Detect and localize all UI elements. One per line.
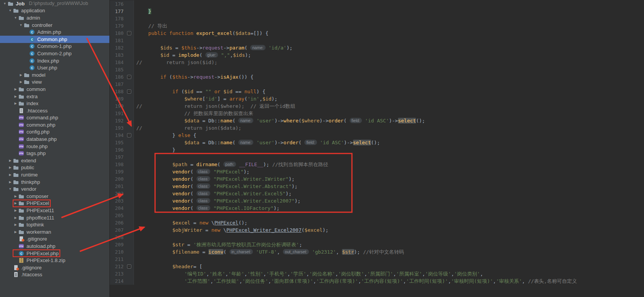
code-line-183[interactable]: 183 $id = implode( glue: ",",$ids);	[110, 51, 644, 59]
code-line-201[interactable]: 201 vendor( class: "PHPExcel.Writer.Abst…	[110, 183, 644, 190]
chevron-collapsed-icon[interactable]: ▶	[13, 216, 18, 219]
chevron-collapsed-icon[interactable]: ▶	[13, 201, 18, 205]
code-line-205[interactable]: 205	[110, 212, 644, 219]
code-line-204[interactable]: 204 vendor( class: "PHPExcel.IOFactory")…	[110, 205, 644, 212]
chevron-collapsed-icon[interactable]: ▶	[13, 230, 18, 234]
code-line-187[interactable]: 187	[110, 81, 644, 88]
code-line-176[interactable]: 176	[110, 0, 644, 8]
chevron-collapsed-icon[interactable]: ▶	[8, 159, 13, 162]
code-line-177[interactable]: 177 }	[110, 8, 644, 15]
code-line-185[interactable]: 185	[110, 66, 644, 73]
code-line-203[interactable]: 203 vendor( class: "PHPExcel.Writer.Exce…	[110, 197, 644, 205]
tree-item-command-php[interactable]: command.php	[0, 114, 109, 122]
code-line-212[interactable]: 212- $header= [	[110, 263, 644, 270]
chevron-collapsed-icon[interactable]: ▶	[13, 95, 18, 98]
code-line-184[interactable]: 184// return json($id);	[110, 59, 644, 66]
tree-item-admin[interactable]: ▼admin	[0, 14, 109, 21]
chevron-expanded-icon[interactable]: ▼	[8, 187, 13, 191]
code-line-178[interactable]: 178	[110, 15, 644, 22]
tree-item-admin-php[interactable]: Admin.php	[0, 28, 109, 36]
tree-item-htaccess[interactable]: .htaccess	[0, 107, 109, 114]
chevron-expanded-icon[interactable]: ▼	[18, 23, 23, 27]
tree-item-tags-php[interactable]: tags.php	[0, 150, 109, 157]
chevron-expanded-icon[interactable]: ▼	[2, 2, 7, 5]
tree-item-common[interactable]: ▶common	[0, 86, 109, 93]
tree-item-index-php[interactable]: Index.php	[0, 57, 109, 64]
tree-item-controller[interactable]: ▼controller	[0, 21, 109, 29]
code-line-209[interactable]: 209 $str = '株洲市幼儿师范学校职员工作岗位分析调研表';	[110, 241, 644, 248]
chevron-collapsed-icon[interactable]: ▶	[8, 180, 13, 184]
tree-item-public[interactable]: ▶public	[0, 164, 109, 172]
code-line-198[interactable]: 198 $path = dirname( path: __FILE__); //…	[110, 161, 644, 168]
tree-item-runtime[interactable]: ▶runtime	[0, 171, 109, 178]
tree-item-thinkphp[interactable]: ▶thinkphp	[0, 178, 109, 186]
fold-marker-icon[interactable]: -	[127, 75, 131, 79]
chevron-collapsed-icon[interactable]: ▶	[18, 80, 23, 84]
chevron-collapsed-icon[interactable]: ▶	[18, 73, 23, 77]
chevron-expanded-icon[interactable]: ▼	[8, 9, 13, 12]
code-line-180[interactable]: 180- public function export_excel($data=…	[110, 30, 644, 37]
tree-item-model[interactable]: ▶model	[0, 71, 109, 79]
tree-item-extend[interactable]: ▶extend	[0, 157, 109, 164]
code-line-194[interactable]: 194- } else {	[110, 132, 644, 139]
tree-item-htaccess[interactable]: .htaccess	[0, 271, 109, 279]
code-line-200[interactable]: 200 vendor( class: "PHPExcel.Writer.IWri…	[110, 175, 644, 183]
code-line-188[interactable]: 188- if ($id == "" or $id == null) {	[110, 88, 644, 95]
code-line-193[interactable]: 193// return json($data);	[110, 124, 644, 132]
chevron-collapsed-icon[interactable]: ▶	[13, 102, 18, 105]
code-line-186[interactable]: 186- if ($this->request->isAjax()) {	[110, 73, 644, 81]
code-line-192[interactable]: 192 $data = Db::name( name: 'user')->whe…	[110, 117, 644, 124]
fold-marker-icon[interactable]: -	[127, 89, 131, 94]
tree-item-common-php[interactable]: common.php	[0, 121, 109, 129]
chevron-collapsed-icon[interactable]: ▶	[13, 223, 18, 226]
tree-item-phpexcel[interactable]: ▶PHPExcel	[0, 200, 109, 207]
code-line-210[interactable]: 210 $filename = iconv( in_charset: 'UTF-…	[110, 248, 644, 256]
chevron-collapsed-icon[interactable]: ▶	[13, 209, 18, 212]
chevron-collapsed-icon[interactable]: ▶	[8, 166, 13, 169]
code-line-202[interactable]: 202 vendor( class: "PHPExcel.Writer.Exce…	[110, 190, 644, 197]
code-line-214[interactable]: 214 '工作范围','工作技能','岗位任务','面向群体(常项)','工作内…	[110, 277, 644, 285]
tree-item-common-2-php[interactable]: Common-2.php	[0, 50, 109, 57]
tree-item-phpexcel11[interactable]: ▶PHPExcel11	[0, 207, 109, 214]
tree-item-vendor[interactable]: ▼vendor	[0, 185, 109, 193]
tree-item-job[interactable]: ▼JobD:\phpstudy_pro\WWW\Job	[0, 0, 109, 7]
fold-marker-icon[interactable]: -	[127, 31, 131, 35]
code-line-196[interactable]: 196 }	[110, 146, 644, 153]
code-line-199[interactable]: 199 vendor( class: "PHPExcel");	[110, 168, 644, 175]
code-line-207[interactable]: 207 $objWriter = new \PHPExcel_Writer_Ex…	[110, 226, 644, 234]
tree-item-user-php[interactable]: User.php	[0, 64, 109, 71]
tree-item-workerman[interactable]: ▶workerman	[0, 228, 109, 236]
tree-item-common-php[interactable]: Common.php	[0, 36, 109, 43]
tree-item-autoload-php[interactable]: autoload.php	[0, 243, 109, 250]
code-line-179[interactable]: 179 // 导出	[110, 22, 644, 30]
tree-item-extra[interactable]: ▶extra	[0, 93, 109, 100]
code-line-206[interactable]: 206 $excel = new \PHPExcel();	[110, 219, 644, 226]
code-line-189[interactable]: 189 $where['id'] = array('in',$id);	[110, 95, 644, 102]
tree-item-common-1-php[interactable]: Common-1.php	[0, 43, 109, 50]
code-line-213[interactable]: 213 '编号ID','姓名','年龄','性别','手机号','学历','岗位…	[110, 270, 644, 277]
tree-item-view[interactable]: ▶view	[0, 79, 109, 86]
code-line-208[interactable]: 208	[110, 234, 644, 241]
tree-item-topthink[interactable]: ▶topthink	[0, 221, 109, 228]
tree-item-database-php[interactable]: database.php	[0, 135, 109, 143]
tree-item-phpoffice111[interactable]: ▶phpoffice111	[0, 214, 109, 221]
tree-item-route-php[interactable]: route.php	[0, 143, 109, 150]
chevron-expanded-icon[interactable]: ▼	[13, 16, 18, 20]
code-line-191[interactable]: 191 // 把数据库里面的数据查出来	[110, 110, 644, 117]
tree-item-application[interactable]: ▼application	[0, 7, 109, 15]
tree-item-gitignore[interactable]: .gitignore	[0, 264, 109, 271]
chevron-collapsed-icon[interactable]: ▶	[13, 87, 18, 91]
fold-marker-icon[interactable]: -	[127, 264, 131, 269]
tree-item-config-php[interactable]: config.php	[0, 129, 109, 136]
code-line-197[interactable]: 197	[110, 153, 644, 161]
tree-item-composer[interactable]: ▶composer	[0, 193, 109, 200]
tree-item-gitignore[interactable]: .gitignore	[0, 236, 109, 243]
code-line-182[interactable]: 182 $ids = $this->request->param( name: …	[110, 44, 644, 51]
code-line-211[interactable]: 211	[110, 256, 644, 263]
tree-item-phpexcel-php[interactable]: PHPExcel.php	[0, 250, 109, 257]
code-line-195[interactable]: 195 $data = Db::name( name: 'user')->ord…	[110, 139, 644, 146]
tree-item-phpexcel-1-8-zip[interactable]: PHPExcel-1.8.zip	[0, 257, 109, 264]
chevron-collapsed-icon[interactable]: ▶	[8, 173, 13, 177]
chevron-collapsed-icon[interactable]: ▶	[13, 195, 18, 198]
tree-item-index[interactable]: ▶index	[0, 100, 109, 107]
